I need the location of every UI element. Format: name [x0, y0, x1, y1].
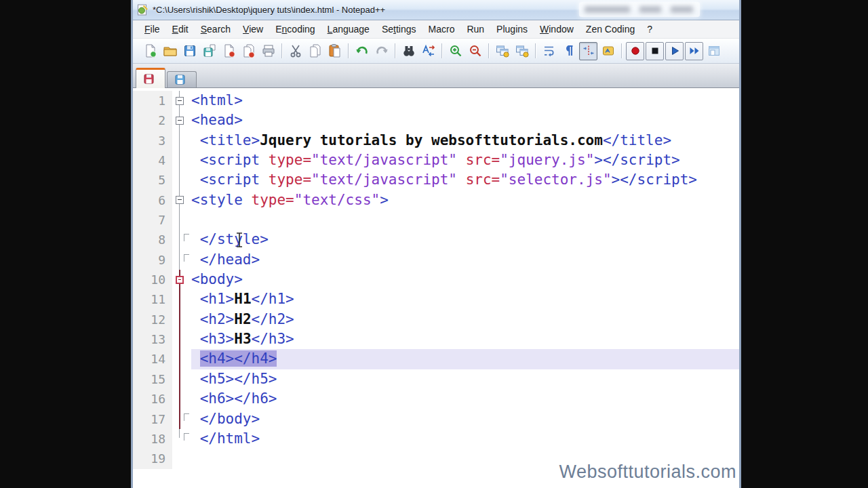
saved-floppy-icon: [175, 75, 185, 85]
code-text: <title>Jquery tutorials by websofttutori…: [191, 131, 739, 150]
menu-item-view[interactable]: View: [237, 22, 269, 37]
code-editor[interactable]: 1<html>2<head>3 <title>Jquery tutorials …: [133, 88, 739, 488]
line-number: 3: [133, 131, 172, 150]
menu-item-encoding[interactable]: Encoding: [269, 22, 321, 37]
menu-item-plugins[interactable]: Plugins: [490, 22, 534, 37]
close-file-icon[interactable]: [220, 42, 238, 60]
new-file-icon[interactable]: [141, 42, 159, 60]
line-number: 8: [133, 230, 172, 249]
code-line-6[interactable]: 6<style type="text/css">: [133, 190, 739, 210]
menu-item-zen-coding[interactable]: Zen Coding: [580, 22, 641, 37]
code-line-11[interactable]: 11 <h1>H1</h1>: [133, 289, 739, 309]
menu-item-run[interactable]: Run: [460, 22, 490, 37]
toolbar-separator: [535, 43, 536, 58]
code-line-9[interactable]: 9 </head>: [133, 250, 739, 270]
code-line-18[interactable]: 18 </html>: [133, 429, 739, 449]
show-indent-guide-icon[interactable]: [579, 42, 597, 60]
code-text: </html>: [191, 429, 739, 449]
title-bar[interactable]: *C:\Users\rishik\Desktop\jquery tuts\ind…: [133, 0, 739, 20]
code-text: <h4></h4>: [191, 349, 739, 369]
code-text: <h3>H3</h3>: [191, 329, 739, 349]
code-line-16[interactable]: 16 <h6></h6>: [133, 389, 739, 409]
blurred-text: [585, 6, 630, 13]
sync-horizontal-scroll-icon[interactable]: [513, 42, 531, 60]
fold-margin[interactable]: [172, 270, 191, 289]
code-text: <h2>H2</h2>: [191, 310, 739, 329]
run-macro-multiple-times-icon[interactable]: [685, 42, 703, 60]
line-number: 16: [133, 389, 172, 409]
save-file-icon[interactable]: [180, 42, 199, 60]
fold-margin: [172, 449, 191, 468]
save-recorded-macro-icon[interactable]: [705, 42, 723, 60]
menu-item-settings[interactable]: Settings: [376, 22, 422, 37]
menu-item-window[interactable]: Window: [534, 22, 580, 37]
code-line-15[interactable]: 15 <h5></h5>: [133, 369, 739, 389]
code-line-14[interactable]: 14 <h4></h4>: [133, 349, 739, 369]
fold-margin: [172, 150, 191, 170]
open-file-icon[interactable]: [161, 42, 179, 60]
line-number: 2: [133, 110, 172, 130]
code-line-10[interactable]: 10<body>: [133, 270, 739, 289]
code-text: <style type="text/css">: [191, 190, 739, 210]
code-line-1[interactable]: 1<html>: [133, 91, 739, 110]
start-recording-macro-icon[interactable]: [626, 42, 644, 60]
code-line-17[interactable]: 17 </body>: [133, 409, 739, 429]
code-line-7[interactable]: 7: [133, 210, 739, 230]
undo-icon[interactable]: [353, 42, 371, 60]
copy-icon[interactable]: [306, 42, 324, 60]
zoom-in-icon[interactable]: [446, 42, 465, 60]
code-line-12[interactable]: 12 <h2>H2</h2>: [133, 310, 739, 329]
code-text: [191, 210, 739, 230]
line-number: 7: [133, 210, 172, 230]
stop-recording-macro-icon[interactable]: [646, 42, 664, 60]
menu-item-edit[interactable]: Edit: [166, 22, 195, 37]
code-line-5[interactable]: 5 <script type="text/javascript" src="se…: [133, 170, 739, 190]
close-all-icon[interactable]: [239, 42, 258, 60]
menu-item-macro[interactable]: Macro: [422, 22, 461, 37]
window-title: *C:\Users\rishik\Desktop\jquery tuts\ind…: [153, 5, 385, 15]
menu-item-language[interactable]: Language: [321, 22, 376, 37]
line-number: 13: [133, 329, 172, 349]
fold-margin[interactable]: [172, 190, 191, 210]
code-line-13[interactable]: 13 <h3>H3</h3>: [133, 329, 739, 349]
code-text: </body>: [191, 409, 739, 429]
toolbar: [133, 39, 739, 64]
notepad-plus-plus-app-icon: [137, 4, 149, 16]
word-wrap-icon[interactable]: [540, 42, 558, 60]
blurred-button: [671, 6, 693, 13]
show-all-characters-icon[interactable]: [559, 42, 578, 60]
watermark-text: Websofttutorials.com: [559, 462, 736, 483]
playback-macro-icon[interactable]: [665, 42, 684, 60]
code-line-2[interactable]: 2<head>: [133, 110, 739, 130]
sync-vertical-scroll-icon[interactable]: [493, 42, 511, 60]
tab-bar: [133, 64, 739, 88]
menu-item-search[interactable]: Search: [195, 22, 237, 37]
code-text: </head>: [191, 250, 739, 270]
line-number: 17: [133, 409, 172, 429]
line-number: 4: [133, 150, 172, 170]
code-line-8[interactable]: 8 </style>: [133, 230, 739, 249]
paste-icon[interactable]: [326, 42, 344, 60]
zoom-out-icon[interactable]: [466, 42, 484, 60]
code-line-3[interactable]: 3 <title>Jquery tutorials by websofttuto…: [133, 131, 739, 150]
save-all-icon[interactable]: [200, 42, 218, 60]
code-text: <body>: [191, 270, 739, 289]
line-number: 12: [133, 310, 172, 329]
fold-margin: [172, 131, 191, 150]
cut-icon[interactable]: [286, 42, 304, 60]
tab-index-html[interactable]: [136, 68, 165, 88]
menu-item--[interactable]: ?: [641, 22, 658, 37]
toolbar-separator: [348, 43, 349, 58]
tab-selector-js[interactable]: [167, 71, 197, 87]
fold-margin: [172, 250, 191, 270]
user-defined-language-icon[interactable]: [599, 42, 617, 60]
menu-item-file[interactable]: File: [138, 22, 166, 37]
print-icon[interactable]: [259, 42, 277, 60]
fold-margin[interactable]: [172, 110, 191, 130]
find-icon[interactable]: [399, 42, 418, 60]
redo-icon[interactable]: [372, 42, 391, 60]
fold-margin: [172, 429, 191, 449]
fold-margin[interactable]: [172, 91, 191, 110]
code-line-4[interactable]: 4 <script type="text/javascript" src="jq…: [133, 150, 739, 170]
replace-icon[interactable]: [419, 42, 437, 60]
